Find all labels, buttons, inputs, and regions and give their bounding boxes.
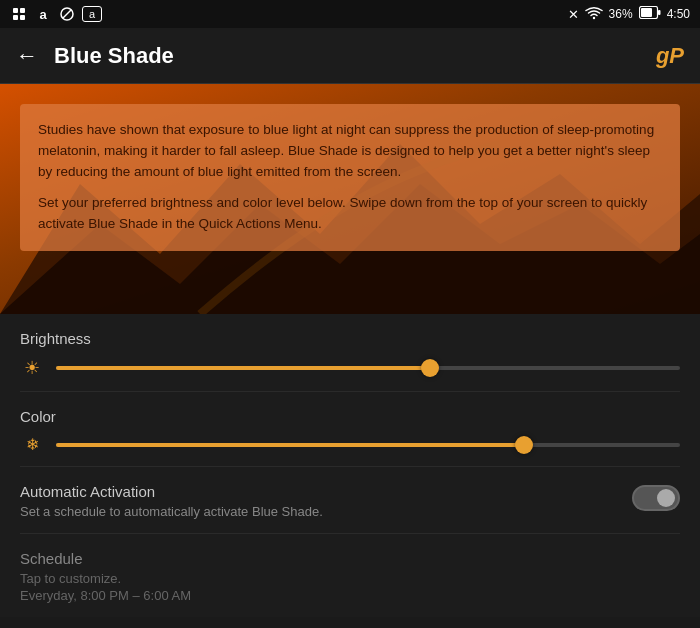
svg-rect-0 <box>13 8 18 13</box>
amazon-icon <box>10 5 28 23</box>
schedule-time: Everyday, 8:00 PM – 6:00 AM <box>20 588 680 603</box>
color-thumb <box>515 436 533 454</box>
circle-off-icon <box>58 5 76 23</box>
a-icon: a <box>34 5 52 23</box>
toggle-container[interactable] <box>632 485 680 511</box>
hero-info-box: Studies have shown that exposure to blue… <box>20 104 680 251</box>
auto-text: Automatic Activation Set a schedule to a… <box>20 483 612 519</box>
hero-area: Studies have shown that exposure to blue… <box>0 84 700 314</box>
hero-paragraph-1: Studies have shown that exposure to blue… <box>38 120 662 183</box>
brand-logo: gP <box>656 43 684 69</box>
title-bar-left: ← Blue Shade <box>16 43 174 69</box>
color-icon: ❄ <box>20 435 44 454</box>
brightness-row: ☀ <box>20 357 680 379</box>
title-bar: ← Blue Shade gP <box>0 28 700 84</box>
svg-rect-2 <box>13 15 18 20</box>
auto-activation-toggle[interactable] <box>632 485 680 511</box>
schedule-title: Schedule <box>20 550 680 567</box>
schedule-section[interactable]: Schedule Tap to customize. Everyday, 8:0… <box>20 534 680 617</box>
settings-content: Brightness ☀ Color ❄ Automatic Activatio… <box>0 314 700 617</box>
back-button[interactable]: ← <box>16 43 38 69</box>
time-display: 4:50 <box>667 7 690 21</box>
page-title: Blue Shade <box>54 43 174 69</box>
brightness-label: Brightness <box>20 330 680 347</box>
brightness-icon: ☀ <box>20 357 44 379</box>
auto-subtitle: Set a schedule to automatically activate… <box>20 504 612 519</box>
a2-icon: a <box>82 6 102 22</box>
hero-paragraph-2: Set your preferred brightness and color … <box>38 193 662 235</box>
status-bar: a a ✕ 36% 4:50 <box>0 0 700 28</box>
color-row: ❄ <box>20 435 680 454</box>
auto-title: Automatic Activation <box>20 483 612 500</box>
brightness-thumb <box>421 359 439 377</box>
wifi-icon <box>585 6 603 23</box>
svg-point-6 <box>592 16 594 18</box>
color-fill <box>56 443 524 447</box>
svg-rect-3 <box>20 15 25 20</box>
svg-rect-9 <box>658 10 661 15</box>
status-bar-right: ✕ 36% 4:50 <box>568 6 690 23</box>
svg-rect-1 <box>20 8 25 13</box>
svg-line-5 <box>63 10 71 18</box>
schedule-tap-label: Tap to customize. <box>20 571 680 586</box>
status-bar-left: a a <box>10 5 102 23</box>
brightness-slider[interactable] <box>56 366 680 370</box>
svg-rect-8 <box>641 8 652 17</box>
color-label: Color <box>20 408 680 425</box>
brightness-section: Brightness ☀ <box>20 314 680 392</box>
signal-icon: ✕ <box>568 7 579 22</box>
battery-icon <box>639 6 661 22</box>
battery-percentage: 36% <box>609 7 633 21</box>
brightness-fill <box>56 366 430 370</box>
color-section: Color ❄ <box>20 392 680 467</box>
color-slider[interactable] <box>56 443 680 447</box>
auto-activation-section: Automatic Activation Set a schedule to a… <box>20 467 680 534</box>
toggle-knob <box>657 489 675 507</box>
